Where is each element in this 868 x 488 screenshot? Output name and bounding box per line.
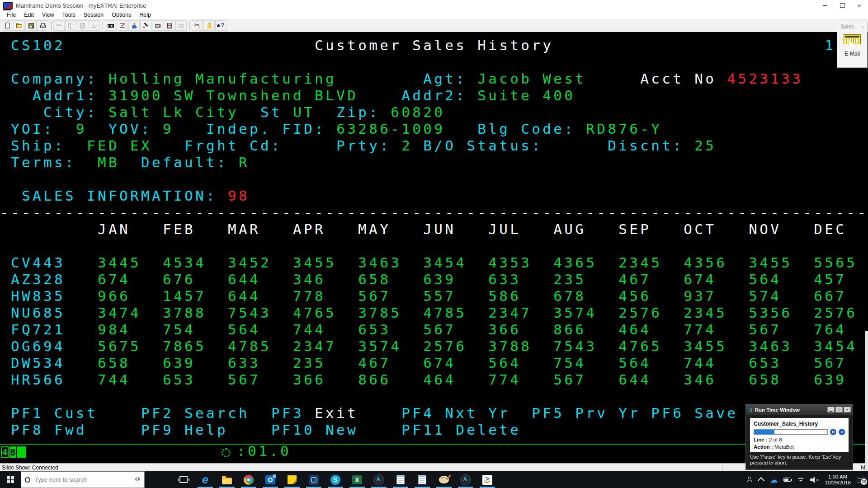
session-user-icon[interactable] [128, 20, 140, 31]
taskbar-search[interactable] [21, 471, 145, 488]
clock-icon [222, 448, 231, 457]
paste-icon[interactable] [77, 20, 88, 31]
print-screen-icon[interactable] [152, 20, 163, 31]
display-setup-icon[interactable] [117, 20, 128, 31]
cut-icon[interactable] [53, 20, 65, 31]
toolbar-separator [187, 21, 190, 30]
stop-button[interactable] [839, 429, 845, 435]
search-input[interactable] [34, 476, 132, 483]
context-help-icon[interactable] [215, 20, 226, 31]
terminal-line: Addr1: 31900 SW Townshend BLVD Addr2: Su… [0, 87, 868, 104]
start-button[interactable] [0, 471, 21, 488]
menu-item-view[interactable]: View [38, 12, 58, 18]
menu-item-file[interactable]: File [3, 12, 20, 18]
onedrive-icon[interactable]: ☁ [769, 476, 778, 484]
paint-icon [439, 476, 449, 483]
session-letter: B [9, 446, 16, 458]
menu-item-tools[interactable]: Tools [58, 12, 80, 18]
terminal-line: JAN FEB MAR APR MAY JUN JUL AUG SEP OCT … [0, 221, 868, 238]
toolbar [0, 19, 868, 32]
wifi-icon[interactable] [797, 477, 804, 483]
microphone-icon[interactable] [135, 477, 141, 483]
macro-scissors-icon[interactable] [192, 20, 203, 31]
quickpad-user-icon[interactable] [203, 20, 215, 31]
taskbar-slot-paint[interactable] [433, 471, 455, 488]
runtime-hint: Use 'Pause' key to pause. Keep 'Esc' key… [746, 454, 853, 466]
windows-logo-icon [7, 476, 14, 483]
menu-item-session[interactable]: Session [80, 12, 108, 18]
tray-date: 10/29/2018 [825, 480, 851, 486]
clear-icon[interactable] [89, 20, 100, 31]
close-button[interactable]: × [851, 0, 868, 11]
terminal-line: HR566 744 653 567 366 866 464 774 567 64… [0, 371, 868, 388]
taskbar-slot-automation-anywhere[interactable] [455, 471, 476, 488]
menu-item-help[interactable]: Help [135, 12, 155, 18]
runtime-close-button[interactable]: × [844, 407, 851, 413]
taskbar-slot-chrome[interactable] [238, 471, 259, 488]
keyboard-map-icon[interactable] [105, 20, 116, 31]
taskbar-slot-skype[interactable] [325, 471, 346, 488]
terminal-screen[interactable]: CS102 Customer Sales History 1, Company:… [0, 32, 868, 463]
statusbar-separator [722, 465, 723, 470]
taskbar-slot-notepad[interactable] [390, 471, 411, 488]
notepad-icon [396, 475, 405, 484]
quickpad-email-label[interactable]: E-Mail [837, 51, 867, 57]
terminal-line: YOI: 9 YOV: 9 Indep. FID: 63286-1009 Blg… [0, 121, 868, 137]
clear-icon [91, 22, 98, 29]
keypad-icon[interactable] [164, 20, 175, 31]
maximize-button[interactable] [834, 0, 851, 11]
terminal-line: PF1 Cust PF2 Search PF3 Exit PF4 Nxt Yr … [0, 405, 868, 422]
runtime-maximize-button[interactable]: □ [835, 407, 843, 413]
copy-icon[interactable] [65, 20, 76, 31]
taskbar-slot-photos[interactable] [303, 471, 325, 488]
runtime-task-card: Customer_Sales_History Line : 2 of 8 Act… [750, 418, 849, 452]
save-icon[interactable] [25, 20, 37, 31]
runtime-window-titlebar[interactable]: A Run Time Window ▁ □ × [746, 404, 853, 415]
status-bar: Slide Show: Connected M [0, 463, 868, 471]
terminal-line: OG694 5675 7865 4785 2347 3574 2576 3788… [0, 338, 868, 355]
response-timer: :01.0 [237, 443, 291, 460]
terminal-line: ----------------------------------------… [0, 204, 868, 221]
quickpad-close-button[interactable]: x [861, 24, 866, 29]
task-name: Customer_Sales_History [754, 421, 845, 427]
photos-icon [309, 475, 319, 485]
taskbar-slot-task-view[interactable] [173, 471, 194, 488]
outlook-icon [265, 475, 275, 484]
minimize-button[interactable] [816, 0, 834, 11]
task-view-icon [179, 476, 188, 483]
taskbar-slot-edge[interactable] [194, 471, 216, 488]
menu-item-options[interactable]: Options [108, 12, 135, 18]
edit-pen-icon[interactable] [140, 20, 151, 31]
volume-muted-icon[interactable]: × [810, 477, 819, 483]
menu-item-edit[interactable]: Edit [20, 12, 38, 18]
battery-icon[interactable] [783, 478, 791, 482]
taskbar-slot-extra-terminal[interactable] [476, 471, 498, 488]
menu-bar: FileEditViewToolsSessionOptionsHelp [0, 11, 868, 19]
taskbar-slot-file-explorer[interactable] [216, 471, 238, 488]
open-file-icon[interactable] [14, 20, 25, 31]
line-label: Line : [754, 437, 768, 442]
taskbar-slot-automation-anywhere[interactable] [368, 471, 390, 488]
runtime-minimize-button[interactable]: ▁ [827, 407, 835, 413]
connection-status: Slide Show: Connected [2, 465, 58, 471]
chevron-up-icon[interactable] [758, 477, 765, 484]
terminal-line: Ship: FED EX Frght Cd: Prty: 2 B/O Statu… [0, 137, 868, 154]
taskbar-slot-outlook[interactable] [259, 471, 281, 488]
file-transfer-icon[interactable] [175, 20, 187, 31]
email-keyboard-icon[interactable] [844, 34, 861, 44]
taskbar-slot-excel[interactable] [346, 471, 368, 488]
taskbar-slot-sticky-notes[interactable] [281, 471, 303, 488]
print-screen-icon [154, 22, 161, 29]
clock-date[interactable]: 1:00 AM 10/29/2018 [825, 474, 851, 486]
people-icon[interactable] [746, 477, 753, 483]
print-icon[interactable] [37, 20, 48, 31]
terminal-line: FQ721 984 754 564 744 653 567 366 866 46… [0, 321, 868, 338]
pause-button[interactable] [830, 429, 836, 435]
new-file-icon[interactable] [2, 20, 13, 31]
terminal-text: CS102 Customer Sales History 1, Company:… [0, 37, 868, 438]
terminal-line: City: Salt Lk City St UT Zip: 60820 [0, 104, 868, 121]
edge-icon [202, 473, 208, 487]
action-center-icon[interactable]: 29 [857, 477, 864, 483]
taskbar-slot-notepad[interactable] [411, 471, 433, 488]
tray-time: 1:00 AM [825, 474, 851, 480]
